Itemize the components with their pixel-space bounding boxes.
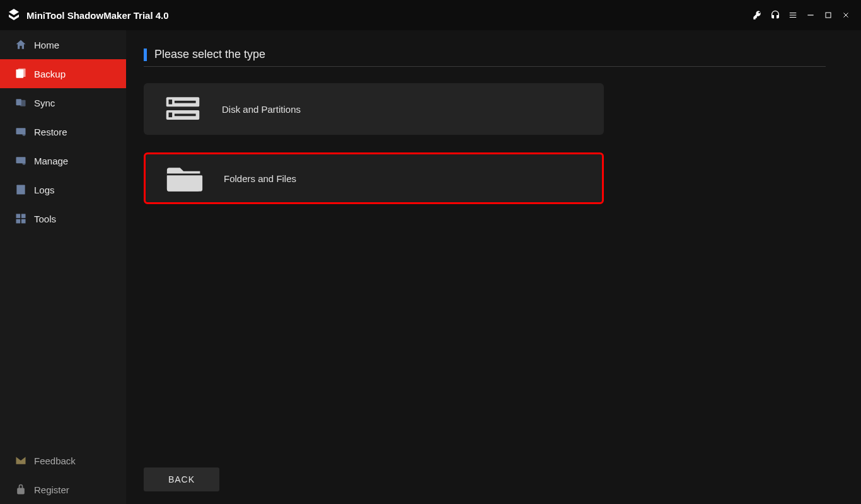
svg-rect-23: [175, 114, 196, 117]
svg-rect-17: [21, 219, 26, 224]
home-icon: [14, 38, 28, 52]
sidebar-item-home[interactable]: Home: [0, 30, 126, 59]
sidebar-item-backup[interactable]: Backup: [0, 59, 126, 88]
svg-rect-15: [21, 214, 26, 219]
svg-point-7: [23, 133, 26, 136]
title-underline: [144, 66, 826, 67]
folder-icon: [166, 163, 204, 193]
option-label: Folders and Files: [224, 173, 296, 184]
back-button-label: BACK: [168, 474, 195, 484]
svg-rect-19: [169, 100, 173, 105]
svg-rect-24: [167, 175, 202, 191]
disk-icon: [164, 94, 202, 124]
option-disk-partitions[interactable]: Disk and Partitions: [144, 83, 604, 135]
sidebar-item-feedback[interactable]: Feedback: [0, 446, 126, 475]
register-icon: [14, 483, 28, 496]
svg-rect-1: [826, 13, 831, 18]
nav-main: Home Backup Sync Restore: [0, 30, 126, 446]
sidebar-item-label: Restore: [34, 127, 67, 137]
svg-rect-25: [167, 174, 202, 176]
manage-icon: [14, 154, 28, 168]
sync-icon: [14, 96, 28, 110]
sidebar-item-sync[interactable]: Sync: [0, 88, 126, 117]
page-title-accent: [144, 49, 147, 61]
back-button[interactable]: BACK: [144, 467, 219, 491]
maximize-button[interactable]: [819, 6, 837, 24]
backup-icon: [14, 67, 28, 81]
option-folders-files[interactable]: Folders and Files: [144, 152, 604, 204]
svg-rect-20: [175, 101, 196, 103]
svg-rect-11: [18, 187, 23, 188]
sidebar-item-label: Backup: [34, 69, 66, 79]
minimize-button[interactable]: [802, 6, 819, 24]
sidebar-item-label: Manage: [34, 156, 68, 166]
headset-icon[interactable]: [766, 6, 784, 24]
key-icon[interactable]: [749, 6, 766, 24]
sidebar-item-manage[interactable]: Manage: [0, 146, 126, 175]
sidebar-item-logs[interactable]: Logs: [0, 175, 126, 204]
sidebar-item-label: Register: [34, 484, 69, 495]
sidebar: Home Backup Sync Restore: [0, 30, 126, 504]
page-title: Please select the type: [154, 48, 265, 61]
main-panel: Please select the type Disk and Partitio…: [126, 30, 861, 504]
page-title-row: Please select the type: [144, 48, 826, 61]
sidebar-item-label: Feedback: [34, 455, 76, 466]
svg-rect-14: [16, 214, 21, 219]
svg-rect-12: [18, 189, 23, 190]
tools-icon: [14, 212, 28, 226]
svg-point-9: [23, 162, 26, 165]
logs-icon: [14, 183, 28, 197]
sidebar-item-label: Tools: [34, 214, 56, 224]
nav-bottom: Feedback Register: [0, 446, 126, 504]
sidebar-item-label: Home: [34, 40, 59, 50]
sidebar-item-tools[interactable]: Tools: [0, 204, 126, 233]
close-button[interactable]: [837, 6, 855, 24]
app-logo-icon: [6, 8, 21, 23]
sidebar-item-label: Logs: [34, 185, 55, 195]
feedback-icon: [14, 454, 28, 467]
app-title: MiniTool ShadowMaker Trial 4.0: [26, 10, 169, 21]
svg-rect-0: [807, 14, 813, 15]
sidebar-item-restore[interactable]: Restore: [0, 117, 126, 146]
svg-rect-3: [18, 69, 26, 77]
menu-icon[interactable]: [784, 6, 802, 24]
svg-rect-16: [16, 219, 21, 224]
svg-rect-13: [18, 192, 22, 192]
svg-rect-5: [20, 100, 25, 106]
titlebar: MiniTool ShadowMaker Trial 4.0: [0, 0, 861, 30]
sidebar-item-register[interactable]: Register: [0, 475, 126, 504]
svg-rect-22: [169, 113, 173, 118]
restore-icon: [14, 125, 28, 139]
option-label: Disk and Partitions: [222, 104, 301, 115]
sidebar-item-label: Sync: [34, 98, 55, 108]
